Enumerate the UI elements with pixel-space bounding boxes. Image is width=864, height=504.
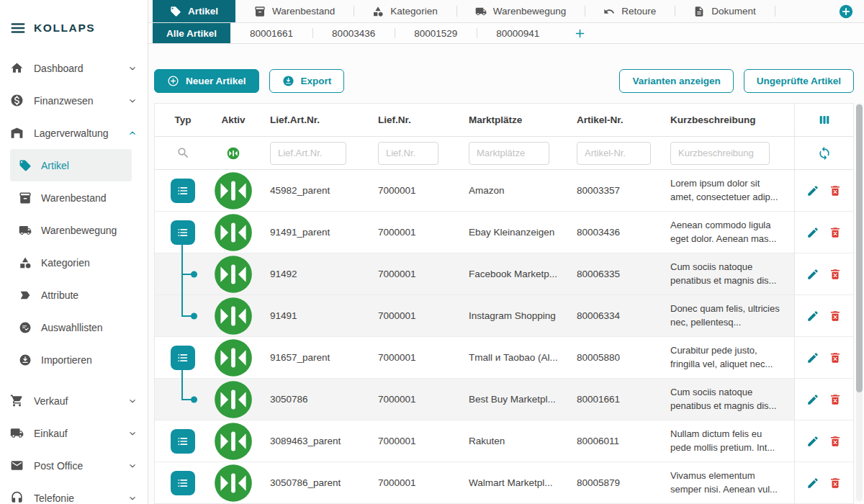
subtab-alle-artikel[interactable]: Alle Artikel [153, 23, 230, 43]
delete-row-button[interactable] [829, 351, 842, 364]
sidebar-item-importieren[interactable]: Importieren [10, 343, 132, 376]
sidebar-item-label: Lagerverwaltung [34, 127, 109, 139]
return-icon [603, 6, 615, 17]
tab-dokument[interactable]: Dokument [675, 0, 775, 22]
row-type-parent-button[interactable] [171, 471, 195, 495]
sidebar-item-label: Kategorien [41, 257, 90, 269]
col-lief-art-nr: Lief.Art.Nr. [256, 114, 364, 125]
filter-lief-art-nr-input[interactable] [270, 142, 346, 165]
toolbar: Neuer Artikel Export Varianten anzeigen … [154, 69, 854, 93]
tab-kategorien[interactable]: Kategorien [354, 0, 456, 22]
cell-artikel-nr: 80005880 [562, 352, 656, 363]
edit-row-button[interactable] [806, 435, 819, 448]
subtab-80001529[interactable]: 80001529 [395, 23, 477, 43]
edit-row-button[interactable] [806, 351, 819, 364]
tab-warenbestand[interactable]: Warenbestand [235, 0, 354, 22]
sidebar-item-attribute[interactable]: Attribute [10, 279, 132, 311]
delete-row-button[interactable] [829, 393, 842, 406]
sidebar-item-finanzwesen[interactable]: Finanzwesen [0, 84, 148, 117]
cell-typ [155, 420, 211, 462]
sidebar-item-telefonie[interactable]: Telefonie [0, 482, 148, 504]
cell-row-actions [794, 253, 853, 294]
delete-row-button[interactable] [829, 268, 842, 281]
tab-retoure[interactable]: Retoure [585, 0, 675, 22]
cell-typ [155, 337, 211, 378]
tab-label: Artikel [188, 6, 218, 17]
row-type-parent-button[interactable] [171, 220, 195, 245]
edit-row-button[interactable] [806, 477, 819, 490]
cell-aktiv [211, 336, 256, 380]
brand-name: KOLLAPS [34, 22, 95, 35]
edit-row-button[interactable] [806, 268, 819, 281]
show-variants-button[interactable]: Varianten anzeigen [619, 69, 733, 93]
show-variants-label: Varianten anzeigen [632, 76, 720, 86]
filter-lief-nr-input[interactable] [378, 142, 438, 165]
tree-node-dot [191, 271, 197, 277]
edit-row-button[interactable] [806, 184, 819, 197]
new-article-button[interactable]: Neuer Artikel [154, 69, 259, 93]
sidebar-item-kategorien[interactable]: Kategorien [10, 246, 132, 279]
sidebar-item-dashboard[interactable]: Dashboard [0, 52, 148, 84]
cell-artikel-nr: 80006011 [562, 436, 656, 446]
unchecked-articles-label: Ungeprüfte Artikel [757, 76, 841, 86]
sidebar-item-label: Telefonie [34, 492, 74, 504]
aktiv-toggle-icon[interactable] [226, 146, 240, 161]
delete-row-button[interactable] [829, 226, 842, 239]
menu-icon[interactable] [10, 20, 26, 36]
filter-artikel-nr-input[interactable] [577, 142, 651, 165]
edit-row-button[interactable] [806, 310, 819, 323]
tab-warenbewegung[interactable]: Warenbewegung [456, 0, 585, 22]
sidebar-item-verkauf[interactable]: Verkauf [0, 384, 148, 417]
unchecked-articles-button[interactable]: Ungeprüfte Artikel [744, 69, 854, 93]
table-row: 30507867000001Best Buy Marketpl...800016… [155, 379, 853, 420]
edit-row-button[interactable] [806, 226, 819, 239]
export-label: Export [301, 76, 332, 86]
columns-icon[interactable] [817, 113, 832, 127]
cell-typ [155, 170, 211, 211]
cell-kurzbeschreibung: Curabitur pede justo, fringilla vel, ali… [656, 344, 794, 372]
cell-artikel-nr: 80003436 [562, 227, 656, 238]
delete-row-button[interactable] [829, 184, 842, 197]
cell-lief-art-nr: 91657_parent [256, 352, 364, 363]
filter-kurzbeschreibung-input[interactable] [670, 142, 770, 165]
search-icon[interactable] [176, 146, 190, 160]
add-tab-button[interactable] [838, 4, 854, 19]
tab-artikel[interactable]: Artikel [153, 0, 235, 22]
subtab-80003436[interactable]: 80003436 [312, 23, 395, 43]
export-button[interactable]: Export [269, 69, 345, 93]
finance-icon [10, 94, 24, 107]
cell-lief-art-nr: 45982_parent [256, 185, 364, 196]
sidebar-item-warenbestand[interactable]: Warenbestand [10, 181, 132, 214]
sidebar-item-artikel[interactable]: Artikel [10, 149, 132, 181]
sidebar-item-post-office[interactable]: Post Office [0, 449, 148, 482]
sidebar-item-einkauf[interactable]: Einkauf [0, 417, 148, 449]
subtab-80001661[interactable]: 80001661 [230, 23, 312, 43]
cell-lief-nr: 7000001 [364, 269, 454, 279]
subtab-label: 80003436 [332, 28, 375, 39]
truck-icon [10, 426, 24, 440]
header-actions-cell [794, 104, 853, 136]
category-icon [19, 256, 32, 269]
add-article-tab-button[interactable] [559, 23, 601, 43]
cell-lief-nr: 7000001 [364, 227, 454, 238]
cell-typ [155, 295, 211, 336]
aktiv-status-icon [211, 252, 256, 297]
edit-row-button[interactable] [806, 393, 819, 406]
row-type-parent-button[interactable] [171, 346, 195, 370]
refresh-icon[interactable] [817, 146, 832, 161]
delete-row-button[interactable] [829, 310, 842, 323]
document-icon [693, 6, 705, 17]
cell-kurzbeschreibung: Aenean commodo ligula eget dolor. Aenean… [656, 219, 794, 246]
scrollbar-thumb[interactable] [856, 104, 863, 392]
sidebar-item-warenbewegung[interactable]: Warenbewegung [10, 214, 132, 246]
subtab-80000941[interactable]: 80000941 [477, 23, 559, 43]
sidebar-item-lagerverwaltung[interactable]: Lagerverwaltung [0, 117, 148, 149]
delete-row-button[interactable] [829, 477, 842, 490]
delete-row-button[interactable] [829, 435, 842, 448]
row-type-parent-button[interactable] [171, 429, 195, 454]
filter-marktplaetze-input[interactable] [469, 142, 549, 165]
sidebar-item-auswahllisten[interactable]: Auswahllisten [10, 311, 132, 343]
main-tabbar: ArtikelWarenbestandKategorienWarenbewegu… [148, 0, 864, 23]
row-type-parent-button[interactable] [171, 179, 195, 203]
sidebar-item-label: Auswahllisten [41, 322, 103, 333]
